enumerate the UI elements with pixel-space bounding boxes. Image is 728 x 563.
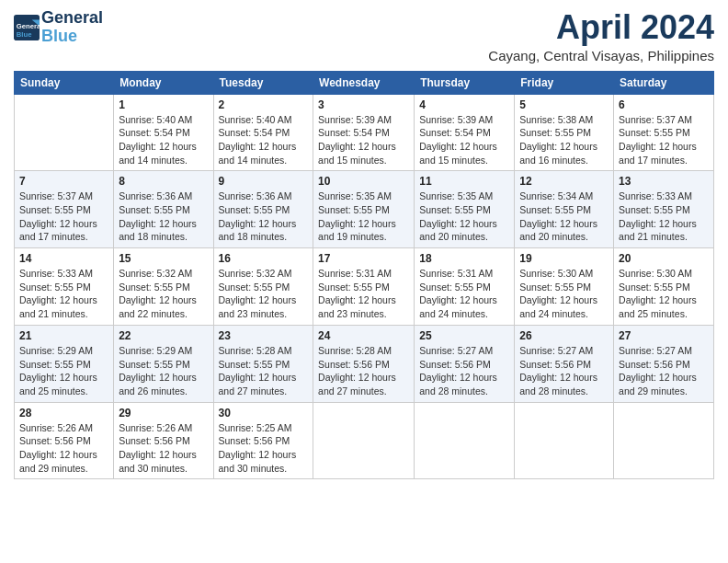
day-info: Sunrise: 5:37 AM Sunset: 5:55 PM Dayligh… [19, 190, 108, 244]
day-number: 18 [419, 252, 509, 265]
calendar-table: SundayMondayTuesdayWednesdayThursdayFrid… [14, 71, 714, 480]
day-info: Sunrise: 5:27 AM Sunset: 5:56 PM Dayligh… [419, 344, 509, 398]
calendar-cell: 21Sunrise: 5:29 AM Sunset: 5:55 PM Dayli… [15, 325, 114, 402]
weekday-header-row: SundayMondayTuesdayWednesdayThursdayFrid… [15, 71, 714, 94]
weekday-header-cell: Monday [114, 71, 213, 94]
calendar-cell: 27Sunrise: 5:27 AM Sunset: 5:56 PM Dayli… [614, 325, 714, 402]
weekday-header-cell: Wednesday [313, 71, 415, 94]
day-number: 7 [19, 175, 108, 188]
calendar-cell: 13Sunrise: 5:33 AM Sunset: 5:55 PM Dayli… [614, 171, 714, 248]
day-number: 1 [119, 98, 208, 111]
day-info: Sunrise: 5:37 AM Sunset: 5:55 PM Dayligh… [619, 113, 709, 167]
day-info: Sunrise: 5:27 AM Sunset: 5:56 PM Dayligh… [619, 344, 709, 398]
day-number: 24 [318, 329, 409, 342]
day-info: Sunrise: 5:30 AM Sunset: 5:55 PM Dayligh… [519, 267, 609, 321]
calendar-cell: 2Sunrise: 5:40 AM Sunset: 5:54 PM Daylig… [213, 94, 313, 171]
day-number: 20 [619, 252, 709, 265]
day-number: 23 [219, 329, 309, 342]
calendar-cell: 8Sunrise: 5:36 AM Sunset: 5:55 PM Daylig… [114, 171, 213, 248]
calendar-cell [515, 402, 614, 479]
day-number: 13 [619, 175, 709, 188]
day-info: Sunrise: 5:31 AM Sunset: 5:55 PM Dayligh… [419, 267, 509, 321]
day-info: Sunrise: 5:33 AM Sunset: 5:55 PM Dayligh… [19, 267, 108, 321]
title-block: April 2024 Cayang, Central Visayas, Phil… [488, 9, 714, 63]
calendar-cell: 15Sunrise: 5:32 AM Sunset: 5:55 PM Dayli… [114, 248, 213, 326]
day-info: Sunrise: 5:40 AM Sunset: 5:54 PM Dayligh… [219, 113, 309, 167]
day-number: 3 [318, 98, 409, 111]
day-number: 29 [119, 407, 208, 419]
weekday-header-cell: Sunday [15, 71, 114, 94]
calendar-week-row: 28Sunrise: 5:26 AM Sunset: 5:56 PM Dayli… [15, 402, 714, 479]
svg-text:General: General [17, 22, 40, 30]
day-info: Sunrise: 5:26 AM Sunset: 5:56 PM Dayligh… [19, 421, 108, 476]
calendar-cell [415, 402, 515, 479]
day-number: 5 [519, 98, 609, 111]
calendar-cell [614, 402, 714, 479]
day-info: Sunrise: 5:34 AM Sunset: 5:55 PM Dayligh… [519, 190, 609, 244]
calendar-cell: 17Sunrise: 5:31 AM Sunset: 5:55 PM Dayli… [313, 248, 415, 326]
day-info: Sunrise: 5:40 AM Sunset: 5:54 PM Dayligh… [119, 113, 208, 167]
page-header: General Blue General Blue April 2024 Cay… [14, 9, 714, 63]
logo: General Blue General Blue [14, 9, 103, 46]
day-info: Sunrise: 5:35 AM Sunset: 5:55 PM Dayligh… [419, 190, 509, 244]
day-number: 25 [419, 329, 509, 342]
calendar-cell: 26Sunrise: 5:27 AM Sunset: 5:56 PM Dayli… [515, 325, 614, 402]
calendar-week-row: 14Sunrise: 5:33 AM Sunset: 5:55 PM Dayli… [15, 248, 714, 326]
calendar-cell: 14Sunrise: 5:33 AM Sunset: 5:55 PM Dayli… [15, 248, 114, 326]
weekday-header-cell: Saturday [614, 71, 714, 94]
calendar-week-row: 1Sunrise: 5:40 AM Sunset: 5:54 PM Daylig… [15, 94, 714, 171]
calendar-cell: 4Sunrise: 5:39 AM Sunset: 5:54 PM Daylig… [415, 94, 515, 171]
day-number: 22 [119, 329, 208, 342]
logo-icon: General Blue [14, 15, 40, 40]
day-info: Sunrise: 5:26 AM Sunset: 5:56 PM Dayligh… [119, 421, 208, 476]
day-number: 12 [519, 175, 609, 188]
day-number: 10 [318, 175, 409, 188]
day-info: Sunrise: 5:25 AM Sunset: 5:56 PM Dayligh… [219, 421, 309, 476]
calendar-cell: 20Sunrise: 5:30 AM Sunset: 5:55 PM Dayli… [614, 248, 714, 326]
calendar-cell: 16Sunrise: 5:32 AM Sunset: 5:55 PM Dayli… [213, 248, 313, 326]
day-number: 6 [619, 98, 709, 111]
day-number: 17 [318, 252, 409, 265]
calendar-cell: 30Sunrise: 5:25 AM Sunset: 5:56 PM Dayli… [213, 402, 313, 479]
calendar-cell: 1Sunrise: 5:40 AM Sunset: 5:54 PM Daylig… [114, 94, 213, 171]
day-info: Sunrise: 5:32 AM Sunset: 5:55 PM Dayligh… [219, 267, 309, 321]
day-info: Sunrise: 5:38 AM Sunset: 5:55 PM Dayligh… [519, 113, 609, 167]
day-info: Sunrise: 5:27 AM Sunset: 5:56 PM Dayligh… [519, 344, 609, 398]
calendar-cell: 28Sunrise: 5:26 AM Sunset: 5:56 PM Dayli… [15, 402, 114, 479]
day-number: 2 [219, 98, 309, 111]
day-number: 16 [219, 252, 309, 265]
day-number: 9 [219, 175, 309, 188]
day-number: 8 [119, 175, 208, 188]
svg-text:Blue: Blue [17, 30, 32, 39]
day-info: Sunrise: 5:39 AM Sunset: 5:54 PM Dayligh… [419, 113, 509, 167]
day-info: Sunrise: 5:35 AM Sunset: 5:55 PM Dayligh… [318, 190, 409, 244]
calendar-cell: 10Sunrise: 5:35 AM Sunset: 5:55 PM Dayli… [313, 171, 415, 248]
day-info: Sunrise: 5:33 AM Sunset: 5:55 PM Dayligh… [619, 190, 709, 244]
day-info: Sunrise: 5:29 AM Sunset: 5:55 PM Dayligh… [119, 344, 208, 398]
day-info: Sunrise: 5:28 AM Sunset: 5:56 PM Dayligh… [318, 344, 409, 398]
day-number: 26 [519, 329, 609, 342]
day-number: 14 [19, 252, 108, 265]
calendar-cell: 5Sunrise: 5:38 AM Sunset: 5:55 PM Daylig… [515, 94, 614, 171]
calendar-cell: 7Sunrise: 5:37 AM Sunset: 5:55 PM Daylig… [15, 171, 114, 248]
calendar-cell: 22Sunrise: 5:29 AM Sunset: 5:55 PM Dayli… [114, 325, 213, 402]
calendar-cell: 29Sunrise: 5:26 AM Sunset: 5:56 PM Dayli… [114, 402, 213, 479]
calendar-cell: 23Sunrise: 5:28 AM Sunset: 5:55 PM Dayli… [213, 325, 313, 402]
day-number: 21 [19, 329, 108, 342]
calendar-cell: 19Sunrise: 5:30 AM Sunset: 5:55 PM Dayli… [515, 248, 614, 326]
calendar-cell: 18Sunrise: 5:31 AM Sunset: 5:55 PM Dayli… [415, 248, 515, 326]
calendar-cell: 24Sunrise: 5:28 AM Sunset: 5:56 PM Dayli… [313, 325, 415, 402]
calendar-cell: 9Sunrise: 5:36 AM Sunset: 5:55 PM Daylig… [213, 171, 313, 248]
calendar-week-row: 21Sunrise: 5:29 AM Sunset: 5:55 PM Dayli… [15, 325, 714, 402]
calendar-cell: 25Sunrise: 5:27 AM Sunset: 5:56 PM Dayli… [415, 325, 515, 402]
calendar-cell: 12Sunrise: 5:34 AM Sunset: 5:55 PM Dayli… [515, 171, 614, 248]
weekday-header-cell: Tuesday [213, 71, 313, 94]
calendar-cell: 11Sunrise: 5:35 AM Sunset: 5:55 PM Dayli… [415, 171, 515, 248]
day-info: Sunrise: 5:36 AM Sunset: 5:55 PM Dayligh… [119, 190, 208, 244]
month-title: April 2024 [488, 9, 714, 46]
day-number: 4 [419, 98, 509, 111]
day-info: Sunrise: 5:32 AM Sunset: 5:55 PM Dayligh… [119, 267, 208, 321]
day-number: 15 [119, 252, 208, 265]
calendar-week-row: 7Sunrise: 5:37 AM Sunset: 5:55 PM Daylig… [15, 171, 714, 248]
day-number: 28 [19, 407, 108, 419]
